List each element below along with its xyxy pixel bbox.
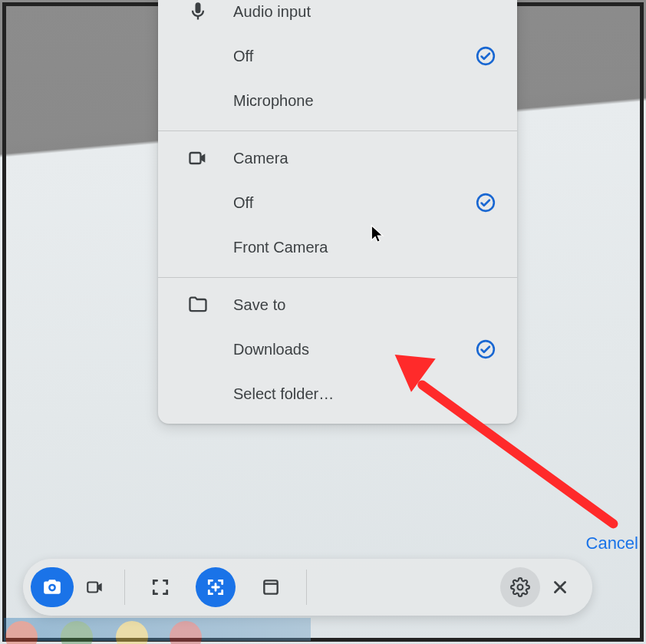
option-save-downloads[interactable]: Downloads xyxy=(158,327,517,372)
window-region-button[interactable] xyxy=(251,567,291,607)
svg-point-4 xyxy=(51,586,54,590)
option-label: Microphone xyxy=(233,92,476,110)
screen-capture-toolbar xyxy=(23,559,592,616)
option-camera-front[interactable]: Front Camera xyxy=(158,225,517,269)
option-label: Off xyxy=(233,48,476,65)
section-header-save-to: Save to xyxy=(158,282,517,327)
microphone-icon xyxy=(186,0,210,24)
capture-settings-menu: Audio input Off Microphone Camera Off xyxy=(158,0,517,424)
toolbar-separator xyxy=(124,570,125,605)
svg-rect-6 xyxy=(264,580,277,593)
screenshot-mode-button[interactable] xyxy=(31,567,74,607)
cancel-button[interactable]: Cancel xyxy=(586,533,638,553)
section-title: Camera xyxy=(233,150,288,167)
screencast-mode-button[interactable] xyxy=(74,567,117,607)
option-label: Select folder… xyxy=(233,385,476,403)
option-audio-microphone[interactable]: Microphone xyxy=(158,78,517,123)
section-save-to: Save to Downloads Select folder… xyxy=(158,277,517,424)
option-label: Downloads xyxy=(233,341,476,358)
fullscreen-region-button[interactable] xyxy=(140,567,180,607)
close-button[interactable] xyxy=(540,567,580,607)
option-save-select-folder[interactable]: Select folder… xyxy=(158,372,517,416)
partial-region-button[interactable] xyxy=(196,567,236,607)
check-icon xyxy=(476,193,496,213)
svg-rect-1 xyxy=(190,153,201,163)
section-title: Audio input xyxy=(233,3,311,21)
folder-icon xyxy=(186,292,210,317)
option-camera-off[interactable]: Off xyxy=(158,180,517,225)
section-camera: Camera Off Front Camera xyxy=(158,130,517,277)
video-camera-icon xyxy=(186,146,210,170)
svg-rect-5 xyxy=(87,583,97,593)
section-header-audio: Audio input xyxy=(158,0,517,34)
shelf-hint xyxy=(4,618,311,641)
section-audio-input: Audio input Off Microphone xyxy=(158,0,517,130)
toolbar-separator xyxy=(306,570,307,605)
section-header-camera: Camera xyxy=(158,136,517,180)
section-title: Save to xyxy=(233,296,286,314)
option-audio-off[interactable]: Off xyxy=(158,34,517,78)
option-label: Front Camera xyxy=(233,239,476,256)
settings-button[interactable] xyxy=(500,567,540,607)
check-icon xyxy=(476,339,496,359)
check-icon xyxy=(476,46,496,66)
svg-point-7 xyxy=(518,585,523,590)
option-label: Off xyxy=(233,194,476,212)
